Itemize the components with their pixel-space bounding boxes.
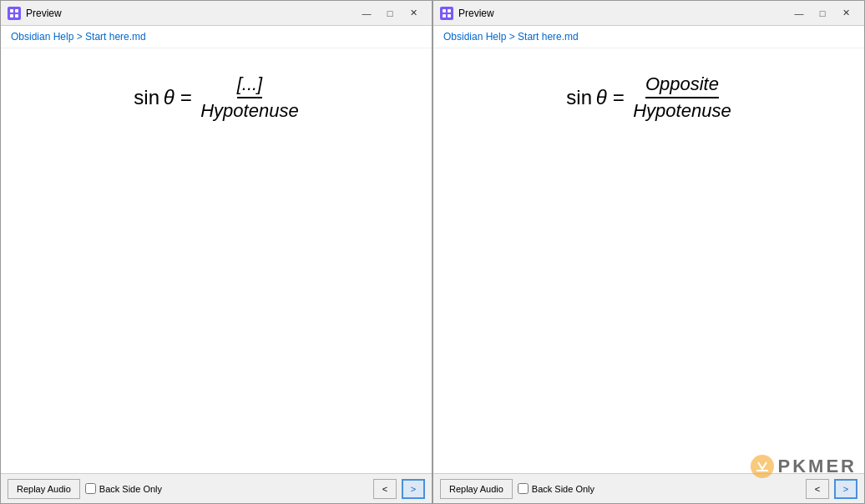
right-sin: sin xyxy=(566,86,592,109)
right-back-side-only-checkbox[interactable] xyxy=(518,483,529,494)
right-window: Preview — □ ✕ Obsidian Help > Start here… xyxy=(432,0,865,504)
left-back-side-only-checkbox[interactable] xyxy=(85,483,96,494)
left-math-formula: sin θ = [...] Hypotenuse xyxy=(134,73,298,122)
left-formula-text: sin θ = [...] Hypotenuse xyxy=(134,73,298,122)
right-minimize-button[interactable]: — xyxy=(787,5,811,22)
watermark: PKMER xyxy=(750,454,857,479)
right-content-area: sin θ = Opposite Hypotenuse xyxy=(433,48,864,473)
right-maximize-button[interactable]: □ xyxy=(811,5,834,22)
right-replay-audio-button[interactable]: Replay Audio xyxy=(440,479,513,499)
right-title-bar: Preview — □ ✕ xyxy=(433,1,864,26)
left-minimize-button[interactable]: — xyxy=(355,5,378,22)
svg-rect-0 xyxy=(10,9,13,13)
svg-rect-4 xyxy=(443,9,446,13)
right-close-button[interactable]: ✕ xyxy=(834,5,857,22)
svg-rect-5 xyxy=(448,9,451,13)
left-window-title: Preview xyxy=(26,8,355,19)
left-replay-audio-button[interactable]: Replay Audio xyxy=(8,479,80,499)
left-sin: sin xyxy=(134,86,159,109)
watermark-text: PKMER xyxy=(778,456,857,477)
right-denominator: Hypotenuse xyxy=(633,98,731,122)
right-back-side-only-label: Back Side Only xyxy=(532,484,594,494)
pkmer-logo xyxy=(750,454,775,479)
right-fraction: Opposite Hypotenuse xyxy=(633,73,731,122)
right-next-button[interactable]: > xyxy=(834,479,857,499)
right-app-icon xyxy=(440,7,453,20)
left-prev-button[interactable]: < xyxy=(373,479,397,499)
svg-rect-2 xyxy=(10,14,13,18)
left-title-bar: Preview — □ ✕ xyxy=(1,1,432,26)
left-fraction: [...] Hypotenuse xyxy=(200,73,298,122)
right-window-controls: — □ ✕ xyxy=(787,5,857,22)
left-breadcrumb: Obsidian Help > Start here.md xyxy=(1,26,432,48)
right-formula-text: sin θ = Opposite Hypotenuse xyxy=(566,73,731,122)
left-window-controls: — □ ✕ xyxy=(355,5,425,22)
right-math-formula: sin θ = Opposite Hypotenuse xyxy=(566,73,731,122)
svg-rect-3 xyxy=(15,14,18,18)
left-back-side-only-label: Back Side Only xyxy=(99,484,162,494)
left-maximize-button[interactable]: □ xyxy=(378,5,402,22)
left-denominator: Hypotenuse xyxy=(200,98,298,122)
left-content-area: sin θ = [...] Hypotenuse xyxy=(1,48,432,473)
right-back-side-only-container[interactable]: Back Side Only xyxy=(518,483,594,494)
right-breadcrumb: Obsidian Help > Start here.md xyxy=(433,26,864,48)
left-next-button[interactable]: > xyxy=(402,479,425,499)
left-bottom-bar: Replay Audio Back Side Only < > xyxy=(1,473,432,503)
right-theta: θ xyxy=(596,86,607,109)
svg-rect-6 xyxy=(443,14,446,18)
left-window: Preview — □ ✕ Obsidian Help > Start here… xyxy=(0,0,432,504)
right-prev-button[interactable]: < xyxy=(806,479,829,499)
left-theta: θ xyxy=(164,86,175,109)
left-app-icon xyxy=(8,7,21,20)
right-window-title: Preview xyxy=(458,8,787,19)
left-back-side-only-container[interactable]: Back Side Only xyxy=(85,483,162,494)
right-numerator: Opposite xyxy=(645,73,719,98)
svg-rect-7 xyxy=(448,14,451,18)
left-close-button[interactable]: ✕ xyxy=(402,5,425,22)
svg-rect-1 xyxy=(15,9,18,13)
svg-point-8 xyxy=(751,455,774,478)
left-numerator: [...] xyxy=(237,73,263,98)
